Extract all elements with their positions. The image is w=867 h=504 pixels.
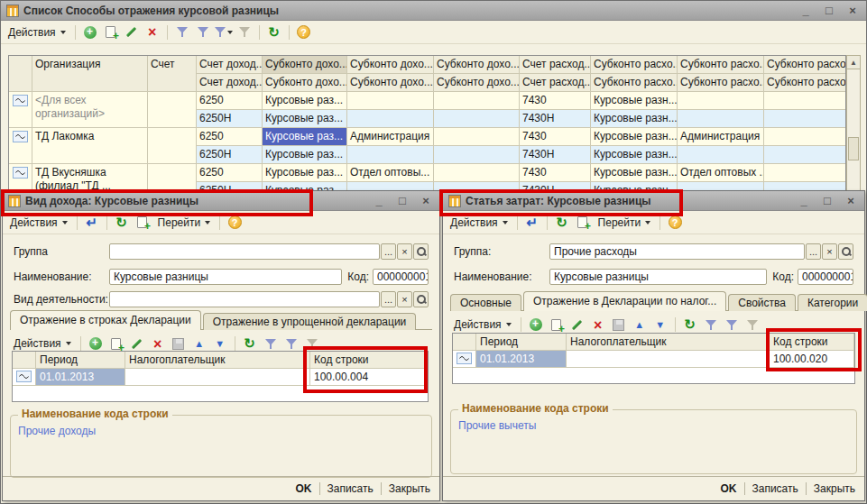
col-header-expense-subconto2-tax[interactable]: Субконто расхо... bbox=[678, 74, 763, 91]
col-header-income-subconto1[interactable]: Субконто дохо... bbox=[263, 56, 346, 73]
income-titlebar[interactable]: Вид дохода: Курсовые разницы _ □ × bbox=[3, 191, 439, 211]
help-button[interactable] bbox=[295, 23, 313, 41]
actions-menu-button[interactable]: Действия bbox=[10, 335, 75, 352]
cell[interactable]: Администрация bbox=[678, 128, 763, 145]
tab-main[interactable]: Основные bbox=[450, 294, 521, 311]
cell[interactable]: 6250Н bbox=[197, 146, 262, 163]
group-open-button[interactable] bbox=[413, 243, 429, 260]
filter-by-value-button[interactable] bbox=[723, 316, 741, 334]
main-titlebar[interactable]: Список Способы отражения курсовой разниц… bbox=[1, 1, 866, 21]
delete-button[interactable] bbox=[149, 334, 167, 353]
copy-button[interactable] bbox=[574, 214, 592, 232]
add-button[interactable] bbox=[527, 316, 545, 334]
cell[interactable] bbox=[764, 128, 845, 145]
cell-line-code[interactable]: 100.00.020 bbox=[770, 351, 854, 368]
actions-menu-button[interactable]: Действия bbox=[5, 24, 69, 41]
actions-menu-button[interactable]: Действия bbox=[447, 215, 512, 231]
minimize-button[interactable]: _ bbox=[796, 194, 812, 207]
write-button[interactable]: Записать bbox=[327, 482, 374, 495]
filter-menu-button[interactable] bbox=[215, 23, 233, 41]
cell[interactable]: Курсовые раз... bbox=[263, 164, 346, 181]
cell-organization[interactable]: ТД Лакомка bbox=[32, 128, 147, 163]
cell[interactable]: Курсовые раз... bbox=[263, 92, 346, 109]
add-button[interactable] bbox=[81, 23, 99, 41]
col-header-account[interactable]: Счет bbox=[148, 56, 196, 91]
col-header-period[interactable]: Период bbox=[36, 352, 125, 369]
activity-select-button[interactable]: ... bbox=[381, 291, 396, 307]
col-header-expense-subconto2[interactable]: Субконто расхо... bbox=[678, 56, 763, 73]
close-button[interactable]: × bbox=[418, 194, 434, 207]
cell[interactable] bbox=[347, 110, 433, 127]
cell[interactable] bbox=[764, 92, 845, 109]
scrollbar-thumb[interactable] bbox=[848, 137, 859, 160]
copy-button[interactable] bbox=[107, 334, 125, 353]
col-header-income-subconto1-tax[interactable]: Субконто дохо... bbox=[263, 74, 346, 91]
cell-taxpayer[interactable] bbox=[567, 351, 770, 368]
cell[interactable]: 6250Н bbox=[197, 110, 262, 127]
refresh-button[interactable] bbox=[681, 316, 699, 334]
col-header-organization[interactable]: Организация bbox=[32, 56, 147, 91]
col-header-income-account[interactable]: Счет доход... bbox=[197, 56, 262, 73]
cell-taxpayer[interactable] bbox=[125, 369, 310, 386]
cell-line-code[interactable]: 100.00.004 bbox=[310, 369, 428, 386]
cell[interactable]: 7430Н bbox=[520, 110, 590, 127]
clear-filter-button[interactable] bbox=[743, 316, 761, 334]
cell[interactable] bbox=[434, 128, 519, 145]
col-header-period[interactable]: Период bbox=[476, 334, 567, 351]
cell[interactable]: Курсовые разн... bbox=[591, 128, 677, 145]
clear-filter-button[interactable] bbox=[235, 23, 254, 41]
activity-input[interactable] bbox=[109, 291, 380, 307]
edit-button[interactable] bbox=[123, 23, 141, 41]
col-header-income-subconto2[interactable]: Субконто дохо... bbox=[347, 56, 433, 73]
col-header-taxpayer[interactable]: Налогоплательщик bbox=[567, 334, 770, 351]
move-up-button[interactable] bbox=[190, 334, 208, 353]
filter-by-value-button[interactable] bbox=[194, 23, 212, 41]
help-button[interactable] bbox=[226, 214, 244, 232]
col-header-income-subconto3-tax[interactable]: Субконто дохо... bbox=[434, 74, 519, 91]
close-button[interactable]: × bbox=[844, 4, 861, 17]
move-down-button[interactable] bbox=[211, 334, 229, 353]
cell[interactable] bbox=[434, 164, 519, 181]
col-header-line-code[interactable]: Код строки bbox=[770, 334, 854, 351]
add-button[interactable] bbox=[87, 334, 105, 353]
code-input[interactable]: 000000001 bbox=[373, 269, 429, 285]
minimize-button[interactable]: _ bbox=[371, 194, 387, 207]
grid-empty-area[interactable] bbox=[13, 386, 428, 401]
edit-button[interactable] bbox=[128, 334, 146, 353]
cell[interactable] bbox=[764, 164, 845, 181]
group-open-button[interactable] bbox=[838, 243, 853, 260]
cell[interactable]: Администрация bbox=[347, 128, 433, 145]
tab-categories[interactable]: Категории bbox=[798, 294, 867, 311]
col-header-taxpayer[interactable]: Налогоплательщик bbox=[125, 352, 310, 369]
cell[interactable]: Отдел оптовы... bbox=[347, 164, 433, 181]
name-input[interactable]: Курсовые разницы bbox=[109, 269, 342, 285]
refresh-button[interactable] bbox=[553, 214, 571, 232]
copy-button[interactable] bbox=[548, 316, 566, 334]
col-header-expense-account[interactable]: Счет расход... bbox=[520, 56, 590, 73]
cell[interactable]: Курсовые разн... bbox=[591, 146, 677, 163]
scroll-up-arrow-icon[interactable]: ▲ bbox=[847, 56, 860, 69]
cell-selected[interactable]: Курсовые раз... bbox=[263, 128, 346, 145]
cell-organization[interactable]: <Для всех организаций> bbox=[32, 92, 147, 127]
grid-empty-area[interactable] bbox=[453, 368, 854, 383]
cell[interactable] bbox=[678, 146, 763, 163]
minimize-button[interactable]: _ bbox=[798, 4, 814, 17]
save-button[interactable] bbox=[170, 334, 188, 353]
cell[interactable] bbox=[434, 92, 519, 109]
copy-button[interactable] bbox=[134, 214, 152, 232]
cell-period[interactable]: 01.01.2013 bbox=[36, 369, 125, 386]
copy-button[interactable] bbox=[102, 23, 120, 41]
cell[interactable] bbox=[347, 146, 433, 163]
cell[interactable] bbox=[764, 110, 845, 127]
reread-button[interactable] bbox=[83, 214, 101, 232]
maximize-button[interactable]: □ bbox=[821, 4, 837, 17]
col-header-expense-subconto3[interactable]: Субконто расхо... bbox=[764, 56, 845, 73]
delete-button[interactable] bbox=[143, 23, 161, 41]
group-select-button[interactable]: ... bbox=[381, 243, 396, 260]
actions-menu-button[interactable]: Действия bbox=[450, 316, 515, 333]
col-header-expense-subconto1[interactable]: Субконто расхо... bbox=[591, 56, 677, 73]
cell[interactable]: 7430 bbox=[520, 92, 590, 109]
group-clear-button[interactable]: × bbox=[397, 243, 412, 260]
filter-by-value-button[interactable] bbox=[282, 334, 300, 353]
close-form-button[interactable]: Закрыть bbox=[814, 482, 855, 495]
